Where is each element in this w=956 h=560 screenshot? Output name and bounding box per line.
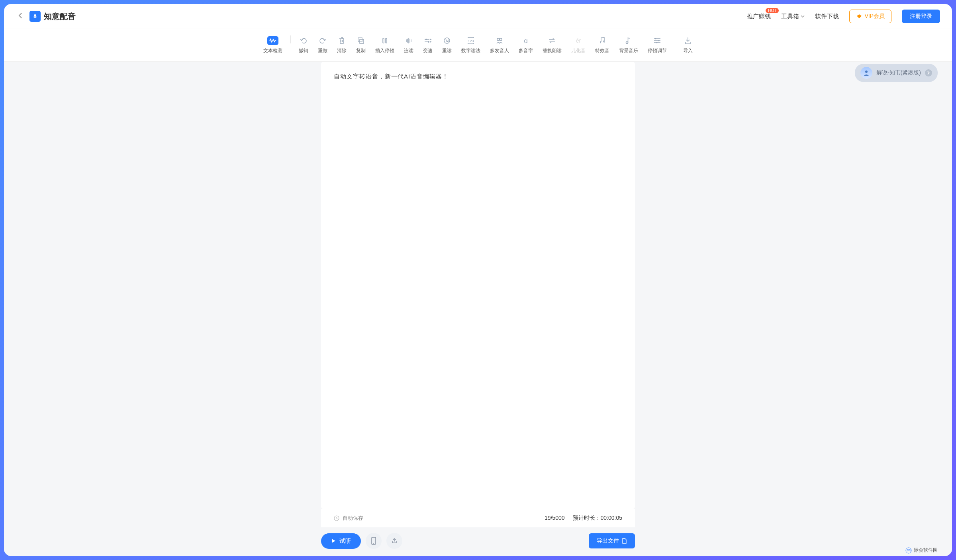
tool-waveform[interactable]: 文本检测 [259, 35, 286, 56]
tool-bg-music[interactable]: 背景音乐 [615, 35, 642, 56]
tool-label: 文本检测 [263, 47, 282, 54]
nav-download[interactable]: 软件下载 [815, 13, 839, 20]
speed-icon [423, 36, 432, 45]
svg-point-20 [865, 70, 868, 73]
toolbar-separator [290, 35, 291, 43]
redo-icon [318, 36, 327, 45]
phone-icon [371, 537, 376, 545]
pause-insert-icon [380, 36, 389, 45]
svg-text:123: 123 [468, 39, 474, 43]
logo: 知意配音 [29, 11, 76, 22]
svg-point-0 [34, 14, 36, 17]
undo-icon [299, 36, 308, 45]
autosave-label: 自动保存 [343, 515, 363, 522]
import-icon [684, 36, 692, 45]
tool-label: 连读 [404, 47, 413, 54]
text-editor[interactable]: 自动文字转语音，新一代AI语音编辑器！ [321, 62, 635, 509]
tool-number[interactable]: 123数字读法 [457, 35, 484, 56]
pause-adjust-icon [653, 36, 662, 45]
nav-toolbox[interactable]: 工具箱 [781, 13, 805, 20]
login-button[interactable]: 注册登录 [902, 10, 940, 23]
svg-point-6 [428, 41, 429, 43]
mobile-button[interactable] [366, 533, 382, 549]
svg-rect-1 [358, 38, 362, 42]
tool-label: 多发音人 [490, 47, 509, 54]
tool-speed[interactable]: 变速 [419, 35, 437, 56]
trash-icon [337, 36, 346, 45]
tool-music-note[interactable]: 特效音 [591, 35, 613, 56]
editor-wrap: 自动文字转语音，新一代AI语音编辑器！ 自动保存 19/5000 预计时长：00… [315, 62, 641, 556]
svg-point-15 [658, 40, 660, 41]
tool-accent[interactable]: 重读 [438, 35, 456, 56]
tool-replace[interactable]: 替换朗读 [539, 35, 566, 56]
bars-vertical-icon [404, 36, 413, 45]
tool-label: 数字读法 [461, 47, 480, 54]
nav-promote[interactable]: 推广赚钱 HOT [747, 13, 771, 20]
tool-label: 重读 [442, 47, 452, 54]
clock-icon [334, 515, 339, 521]
header: 知意配音 推广赚钱 HOT 工具箱 软件下载 VIP会员 注册登录 [4, 4, 952, 29]
tool-multi-voice[interactable]: 多发音人 [486, 35, 513, 56]
svg-rect-3 [383, 38, 384, 43]
file-icon [621, 538, 627, 544]
tool-label: 背景音乐 [619, 47, 638, 54]
tool-label: 撤销 [299, 47, 308, 54]
vip-button[interactable]: VIP会员 [849, 10, 891, 23]
svg-text:ɑ: ɑ [524, 37, 528, 44]
bg-music-icon [624, 36, 633, 45]
svg-point-5 [425, 39, 427, 40]
tool-label: 特效音 [595, 47, 609, 54]
voice-label: 解说-知韦(紧凑版) [876, 69, 921, 76]
tool-trash[interactable]: 清除 [333, 35, 351, 56]
svg-rect-2 [360, 39, 364, 43]
tool-label: 替换朗读 [543, 47, 562, 54]
svg-rect-4 [386, 38, 387, 43]
tool-pause-adjust[interactable]: 停顿调节 [644, 35, 671, 56]
svg-point-9 [497, 38, 500, 41]
tool-label: 重做 [318, 47, 327, 54]
logo-text: 知意配音 [44, 11, 76, 22]
svg-text:ér: ér [576, 37, 581, 44]
share-button[interactable] [386, 533, 402, 549]
tool-copy[interactable]: 复制 [352, 35, 370, 56]
main-area: 自动文字转语音，新一代AI语音编辑器！ 自动保存 19/5000 预计时长：00… [4, 62, 952, 556]
export-button[interactable]: 导出文件 [589, 533, 635, 548]
tool-pause-insert[interactable]: 插入停顿 [371, 35, 398, 56]
tool-bars-vertical[interactable]: 连读 [400, 35, 417, 56]
back-button[interactable] [16, 10, 25, 23]
svg-point-16 [656, 42, 658, 43]
voice-avatar-icon [860, 67, 872, 79]
char-count: 19/5000 [545, 515, 565, 522]
polyphonic-icon: ɑ [521, 36, 530, 45]
action-bar: 试听 导出文件 [321, 527, 635, 556]
tool-polyphonic[interactable]: ɑ多音字 [515, 35, 537, 56]
svg-point-10 [500, 38, 502, 41]
hot-badge: HOT [766, 8, 779, 13]
chevron-right-icon [925, 69, 932, 76]
tool-import[interactable]: 导入 [679, 35, 697, 56]
chevron-down-icon [801, 15, 805, 18]
tool-redo[interactable]: 重做 [314, 35, 331, 56]
svg-point-14 [655, 38, 656, 39]
duration: 预计时长：00:00:05 [573, 515, 623, 522]
er-icon: ér [574, 36, 583, 45]
toolbar: 文本检测撤销重做清除复制插入停顿连读变速重读123数字读法多发音人ɑ多音字替换朗… [4, 29, 952, 62]
waveform-icon [267, 36, 278, 45]
multi-voice-icon [495, 36, 504, 45]
accent-icon [443, 36, 451, 45]
tool-label: 导入 [683, 47, 693, 54]
tool-label: 变速 [423, 47, 433, 54]
tool-label: 插入停顿 [375, 47, 394, 54]
tool-undo[interactable]: 撤销 [295, 35, 312, 56]
tool-label: 停顿调节 [648, 47, 667, 54]
preview-button[interactable]: 试听 [321, 533, 361, 549]
replace-icon [548, 36, 556, 45]
copy-icon [357, 36, 365, 45]
app-window: 知意配音 推广赚钱 HOT 工具箱 软件下载 VIP会员 注册登录 文本检测撤销… [4, 4, 952, 556]
logo-icon [29, 11, 41, 22]
number-icon: 123 [466, 36, 475, 45]
voice-selector[interactable]: 解说-知韦(紧凑版) [855, 64, 938, 82]
tool-er[interactable]: ér儿化音 [567, 35, 590, 56]
tool-label: 儿化音 [571, 47, 586, 54]
editor-footer: 自动保存 19/5000 预计时长：00:00:05 [321, 509, 635, 527]
